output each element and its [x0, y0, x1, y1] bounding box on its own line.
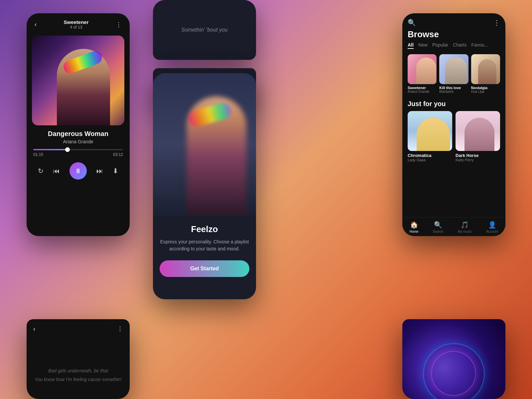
tab-favourites[interactable]: Favou...: [471, 42, 488, 49]
browse-title: Browse: [402, 29, 505, 42]
album-title: Sweetener: [38, 19, 114, 25]
phone-player: ‹ Sweetener 4 of 13 ⋮ Dangerous Woman Ar…: [27, 13, 130, 236]
progress-track[interactable]: [33, 149, 123, 150]
jfy-name-chromatica: Chromatica: [408, 153, 452, 158]
play-pause-button[interactable]: ⏸: [69, 162, 87, 180]
get-started-button[interactable]: Get Started: [160, 260, 249, 277]
tab-popular[interactable]: Popular: [432, 42, 448, 49]
tab-new[interactable]: New: [418, 42, 428, 49]
search-label: Search: [433, 230, 444, 233]
jfy-thumb-dark-horse: [456, 111, 500, 151]
music-icon: 🎵: [461, 221, 469, 229]
home-label: Home: [410, 230, 419, 233]
progress-thumb: [65, 147, 70, 152]
album-thumb-nostalgia: [471, 54, 500, 84]
jfy-card-dark-horse[interactable]: Dark Horse Katty Perry: [456, 111, 500, 162]
nav-my-music[interactable]: 🎵 My music: [458, 221, 472, 233]
current-time: 01:15: [33, 152, 43, 157]
album-art-bottom: [402, 319, 505, 399]
nav-search[interactable]: 🔍 Search: [433, 221, 444, 233]
album-thumb-sweetener: [408, 54, 437, 84]
account-label: Account: [486, 230, 498, 233]
home-icon: 🏠: [410, 221, 418, 229]
track-number: 4 of 13: [38, 25, 114, 30]
jfy-artist-chromatica: Lady Gaaa: [408, 158, 452, 162]
album-card-nostalgia[interactable]: Nostalgia Dua Lipa: [471, 54, 500, 93]
lyrics-more-button[interactable]: ⋮: [116, 324, 124, 334]
jfy-card-chromatica[interactable]: Chromatica Lady Gaaa: [408, 111, 452, 162]
just-for-you-grid: Chromatica Lady Gaaa Dark Horse Katty Pe…: [402, 111, 505, 166]
lyrics-back-button[interactable]: ‹: [32, 324, 37, 334]
lyrics-top-text: Somethin' 'bout you: [181, 27, 228, 33]
phone-album-bottom: [402, 319, 505, 399]
track-artist: Ariana Grande: [27, 139, 130, 144]
jfy-name-dark-horse: Dark Horse: [456, 153, 500, 158]
album-thumb-ktl: [439, 54, 468, 84]
just-for-you-title: Just for you: [402, 97, 505, 111]
total-time: 03:12: [113, 152, 123, 157]
track-title: Dangerous Woman: [27, 130, 130, 138]
album-name-nostalgia: Nostalgia: [471, 86, 500, 90]
browse-tabs: All New Popular Charts Favou...: [402, 42, 505, 53]
next-button[interactable]: ⏭: [96, 167, 103, 175]
jfy-artist-dark-horse: Katty Perry: [456, 158, 500, 162]
play-pause-icon: ⏸: [75, 167, 81, 175]
jfy-thumb-chromatica: [408, 111, 452, 151]
search-icon[interactable]: 🔍: [408, 19, 416, 27]
nav-account[interactable]: 👤 Account: [486, 221, 498, 233]
album-art: [32, 36, 124, 125]
album-art-image: [32, 36, 124, 125]
album-card-sweetener[interactable]: Sweetener Ariana Grande: [408, 54, 437, 93]
phone-lyrics-bottom: ‹ ⋮ Bad girls underneath, be that You kn…: [27, 319, 130, 399]
prev-button[interactable]: ⏮: [53, 167, 60, 175]
album-artist-sweetener: Ariana Grande: [408, 90, 437, 93]
nav-home[interactable]: 🏠 Home: [410, 221, 419, 233]
onboarding-art: [153, 73, 256, 216]
phone-lyrics-top: Somethin' 'bout you: [153, 0, 256, 60]
tab-charts[interactable]: Charts: [453, 42, 466, 49]
progress-fill: [33, 149, 67, 150]
album-card-kill-this-love[interactable]: Kill this love Blackpink: [439, 54, 468, 93]
album-artist-ktl: Blackpink: [439, 90, 468, 93]
more-button[interactable]: ⋮: [114, 20, 123, 30]
repeat-button[interactable]: ↻: [38, 167, 44, 175]
my-music-label: My music: [458, 230, 472, 233]
lyric-line-2: You know how I'm feeling cause somethin': [33, 377, 123, 382]
bottom-navigation: 🏠 Home 🔍 Search 🎵 My music 👤 Account: [402, 217, 505, 236]
search-nav-icon: 🔍: [434, 221, 442, 229]
album-name-ktl: Kill this love: [439, 86, 468, 90]
featured-albums: Sweetener Ariana Grande Kill this love B…: [402, 53, 505, 97]
onboarding-title: Feelzo: [160, 224, 249, 234]
back-button[interactable]: ‹: [33, 20, 38, 29]
album-artist-nostalgia: Dua Lipa: [471, 90, 500, 93]
onboarding-description: Express your personality. Choose a playl…: [160, 238, 249, 252]
album-name-sweetener: Sweetener: [408, 86, 437, 90]
download-button[interactable]: ⬇: [113, 167, 118, 175]
lyric-line-1: Bad girls underneath, be that: [33, 368, 123, 373]
account-icon: 👤: [488, 221, 496, 229]
tab-all[interactable]: All: [408, 42, 414, 49]
phone-browse: 🔍 ⋮ Browse All New Popular Charts Favou.…: [402, 13, 505, 236]
browse-more-icon[interactable]: ⋮: [493, 19, 500, 27]
phone-onboarding: Feelzo Express your personality. Choose …: [153, 73, 256, 299]
